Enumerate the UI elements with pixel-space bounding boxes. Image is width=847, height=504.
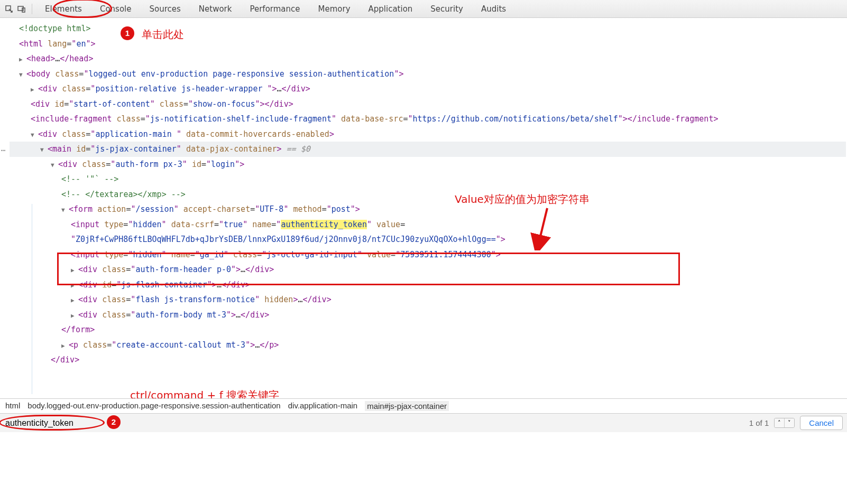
inspect-icon[interactable] (4, 4, 14, 14)
dom-node[interactable]: <html lang="en"> (10, 36, 846, 52)
dom-node[interactable]: <!doctype html> (10, 21, 846, 36)
search-prev-button[interactable]: ˄ (775, 418, 784, 427)
dom-node[interactable]: <!-- '"` --> (10, 172, 846, 187)
tab-performance[interactable]: Performance (242, 1, 307, 17)
tab-application[interactable]: Application (361, 1, 420, 17)
dom-node-csrf[interactable]: <input type="hidden" data-csrf="true" na… (10, 217, 846, 247)
dom-node[interactable]: <p class="create-account-callout mt-3">…… (10, 338, 846, 353)
dom-node[interactable]: <div class="application-main " data-comm… (10, 127, 846, 142)
dom-node[interactable]: </div> (10, 352, 846, 368)
dom-node[interactable]: <div id="start-of-content" class="show-o… (10, 97, 846, 112)
dom-node[interactable]: <body class="logged-out env-production p… (10, 67, 846, 82)
dom-node[interactable]: <!-- </textarea></xmp> --> (10, 187, 846, 202)
dom-node[interactable]: <div class="auth-form-header p-0">…</div… (10, 262, 846, 277)
dom-node[interactable]: <input type="hidden" name="ga_id" class=… (10, 247, 846, 263)
crumb-body[interactable]: body.logged-out.env-production.page-resp… (27, 401, 280, 411)
dom-node[interactable]: <div class="auth-form px-3" id="login"> (10, 157, 846, 172)
tab-elements[interactable]: Elements (38, 1, 89, 17)
tab-security[interactable]: Security (423, 1, 471, 17)
annotation-search-hint: ctrl/command + f 搜索关键字 (130, 385, 279, 398)
elements-panel[interactable]: <!doctype html> <html lang="en"> <head>…… (0, 18, 847, 398)
search-next-button[interactable]: ˅ (784, 418, 794, 427)
tab-console[interactable]: Console (93, 1, 139, 17)
dom-node[interactable]: <div class="auth-form-body mt-3">…</div> (10, 307, 846, 323)
dom-node[interactable]: <div class="flash js-transform-notice" h… (10, 292, 846, 307)
crumb-div[interactable]: div.application-main (288, 401, 357, 411)
search-cancel-button[interactable]: Cancel (800, 416, 843, 430)
breadcrumb[interactable]: html body.logged-out.env-production.page… (0, 398, 847, 413)
tab-network[interactable]: Network (191, 1, 240, 17)
search-input[interactable] (4, 416, 744, 430)
dom-node[interactable]: <div id="js-flash-container">…</div> (10, 277, 846, 293)
search-bar: 1 of 1 ˄ ˅ Cancel 2 (0, 413, 847, 432)
dom-node-selected[interactable]: <main id="js-pjax-container" data-pjax-c… (10, 142, 846, 157)
dom-node[interactable]: <head>…</head> (10, 51, 846, 67)
dom-node[interactable]: </form> (10, 322, 846, 338)
crumb-main[interactable]: main#js-pjax-container (365, 401, 449, 411)
dom-node[interactable]: <include-fragment class="js-notification… (10, 111, 846, 127)
crumb-html[interactable]: html (5, 401, 20, 411)
tab-memory[interactable]: Memory (311, 1, 358, 17)
tab-sources[interactable]: Sources (142, 1, 188, 17)
devtools-toolbar: Elements Console Sources Network Perform… (0, 0, 847, 18)
device-toggle-icon[interactable] (17, 4, 26, 14)
dom-node[interactable]: <form action="/session" accept-charset="… (10, 202, 846, 217)
search-result-count: 1 of 1 (749, 418, 769, 427)
tab-audits[interactable]: Audits (474, 1, 513, 17)
dom-node[interactable]: <div class="position-relative js-header-… (10, 81, 846, 97)
